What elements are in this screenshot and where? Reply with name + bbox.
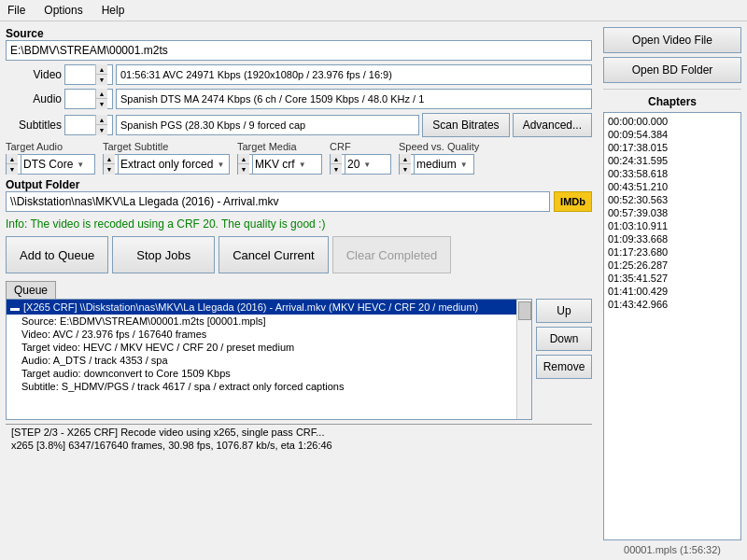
video-track-num[interactable]: 4113 [65, 68, 95, 81]
crf-up[interactable]: ▲ [331, 154, 342, 164]
target-subtitle-spinner[interactable]: ▲ ▼ [103, 154, 118, 175]
open-bd-button[interactable]: Open BD Folder [603, 57, 741, 83]
audio-spinner-arrows[interactable]: ▲ ▼ [95, 89, 107, 109]
source-label: Source [6, 27, 592, 40]
subtitles-info: Spanish PGS (28.30 Kbps / 9 forced cap [116, 115, 419, 135]
video-track-row: Video 4113 ▲ ▼ 01:56:31 AVC 24971 Kbps (… [6, 64, 592, 85]
target-subtitle-dropdown[interactable]: Extract only forced [118, 154, 230, 175]
target-audio-dropdown[interactable]: DTS Core [21, 154, 95, 175]
crf-spinner[interactable]: ▲ ▼ [330, 154, 345, 175]
queue-controls: Up Down Remove [536, 299, 592, 420]
target-media-dropdown[interactable]: MKV crf [252, 154, 322, 175]
queue-tab[interactable]: Queue [6, 281, 56, 299]
target-audio-label: Target Audio [6, 141, 95, 152]
crf-dropdown[interactable]: 20 [345, 154, 391, 175]
chapter-0[interactable]: 00:00:00.000 [606, 115, 739, 128]
audio-down-arrow[interactable]: ▼ [96, 99, 107, 109]
queue-scrollbar-thumb[interactable] [518, 301, 531, 320]
target-audio-spinner[interactable]: ▲ ▼ [6, 154, 21, 175]
target-media-arrows[interactable]: ▲ ▼ [238, 154, 249, 175]
chapter-13[interactable]: 01:41:00.429 [606, 285, 739, 298]
queue-item-0[interactable]: ▬ [X265 CRF] \\Diskstation\nas\MKV\La Ll… [7, 300, 516, 315]
video-label: Video [6, 68, 62, 81]
queue-sub-5: Subtitle: S_HDMV/PGS / track 4617 / spa … [21, 380, 501, 393]
subtitles-spinner-arrows[interactable]: ▲ ▼ [95, 115, 107, 135]
speed-down[interactable]: ▼ [400, 164, 411, 175]
video-up-arrow[interactable]: ▲ [96, 64, 107, 75]
source-input[interactable] [6, 40, 592, 61]
cancel-current-button[interactable]: Cancel Current [218, 236, 328, 273]
speed-arrows[interactable]: ▲ ▼ [400, 154, 411, 175]
chapter-11[interactable]: 01:25:26.287 [606, 259, 739, 272]
subtitles-spinner[interactable]: 4617 ▲ ▼ [64, 115, 113, 135]
target-audio-arrows[interactable]: ▲ ▼ [7, 154, 18, 175]
queue-up-button[interactable]: Up [536, 299, 592, 323]
chapter-5[interactable]: 00:43:51.210 [606, 180, 739, 193]
target-subtitle-group: Target Subtitle ▲ ▼ Extract only forced [103, 141, 230, 175]
output-label: Output Folder [6, 178, 592, 191]
queue-remove-button[interactable]: Remove [536, 355, 592, 379]
chapter-9[interactable]: 01:09:33.668 [606, 232, 739, 245]
menu-file[interactable]: File [4, 2, 29, 19]
crf-down[interactable]: ▼ [331, 164, 342, 175]
video-spinner-arrows[interactable]: ▲ ▼ [95, 64, 107, 85]
chapter-10[interactable]: 01:17:23.680 [606, 245, 739, 259]
output-input[interactable] [6, 191, 550, 212]
chapter-14[interactable]: 01:43:42.966 [606, 298, 739, 311]
video-spinner[interactable]: 4113 ▲ ▼ [64, 64, 113, 85]
crf-arrows[interactable]: ▲ ▼ [331, 154, 342, 175]
speed-spinner[interactable]: ▲ ▼ [399, 154, 414, 175]
target-media-group: Target Media ▲ ▼ MKV crf [237, 141, 322, 175]
target-subtitle-down[interactable]: ▼ [104, 164, 115, 175]
menu-help[interactable]: Help [98, 2, 129, 19]
target-media-up[interactable]: ▲ [238, 154, 249, 164]
chapter-7[interactable]: 00:57:39.038 [606, 206, 739, 219]
subtitles-up-arrow[interactable]: ▲ [96, 115, 107, 125]
advanced-button[interactable]: Advanced... [513, 113, 592, 137]
output-row: IMDb [6, 191, 592, 212]
chapter-2[interactable]: 00:17:38.015 [606, 141, 739, 154]
chapter-1[interactable]: 00:09:54.384 [606, 128, 739, 141]
queue-sub-3: Audio: A_DTS / track 4353 / spa [21, 354, 501, 367]
right-panel: Open Video File Open BD Folder Chapters … [598, 21, 747, 560]
target-audio-up[interactable]: ▲ [7, 154, 18, 164]
subtitles-row: Subtitles 4617 ▲ ▼ Spanish PGS (28.30 Kb… [6, 113, 592, 137]
stop-jobs-button[interactable]: Stop Jobs [112, 236, 215, 273]
queue-down-button[interactable]: Down [536, 327, 592, 351]
imdb-button[interactable]: IMDb [554, 191, 592, 212]
chapter-3[interactable]: 00:24:31.595 [606, 154, 739, 167]
chapters-list[interactable]: 00:00:00.000 00:09:54.384 00:17:38.015 0… [603, 112, 741, 540]
target-media-down[interactable]: ▼ [238, 164, 249, 175]
subtitles-track-num[interactable]: 4617 [65, 119, 95, 132]
queue-scrollbar[interactable] [516, 300, 531, 419]
target-subtitle-arrows[interactable]: ▲ ▼ [104, 154, 115, 175]
audio-track-num[interactable]: 4353 [65, 92, 95, 105]
add-queue-button[interactable]: Add to Queue [6, 236, 108, 273]
subtitles-down-arrow[interactable]: ▼ [96, 125, 107, 135]
menu-options[interactable]: Options [40, 2, 86, 19]
audio-spinner[interactable]: 4353 ▲ ▼ [64, 89, 113, 109]
scan-bitrates-button[interactable]: Scan Bitrates [422, 113, 509, 137]
queue-collapse-icon[interactable]: ▬ [10, 302, 20, 313]
target-audio-down[interactable]: ▼ [7, 164, 18, 175]
target-media-spinner[interactable]: ▲ ▼ [237, 154, 252, 175]
chapter-file-info: 00001.mpls (1:56:32) [603, 544, 741, 555]
queue-content: ▬ [X265 CRF] \\Diskstation\nas\MKV\La Ll… [7, 300, 516, 419]
chapter-12[interactable]: 01:35:41.527 [606, 272, 739, 285]
video-info: 01:56:31 AVC 24971 Kbps (1920x1080p / 23… [116, 64, 592, 85]
chapter-8[interactable]: 01:03:10.911 [606, 219, 739, 232]
speed-dropdown[interactable]: medium [414, 154, 474, 175]
chapter-6[interactable]: 00:52:30.563 [606, 193, 739, 206]
clear-completed-button: Clear Completed [332, 236, 452, 273]
open-video-button[interactable]: Open Video File [603, 27, 741, 53]
video-down-arrow[interactable]: ▼ [96, 75, 107, 85]
output-section: Output Folder IMDb [6, 178, 592, 212]
chapter-4[interactable]: 00:33:58.618 [606, 167, 739, 180]
audio-label: Audio [6, 92, 62, 105]
target-subtitle-up[interactable]: ▲ [104, 154, 115, 164]
target-subtitle-label: Target Subtitle [103, 141, 230, 152]
speed-up[interactable]: ▲ [400, 154, 411, 164]
audio-up-arrow[interactable]: ▲ [96, 89, 107, 99]
queue-scroll: ▬ [X265 CRF] \\Diskstation\nas\MKV\La Ll… [6, 299, 532, 420]
status-line1: [STEP 2/3 - X265 CRF] Recode video using… [11, 427, 586, 438]
